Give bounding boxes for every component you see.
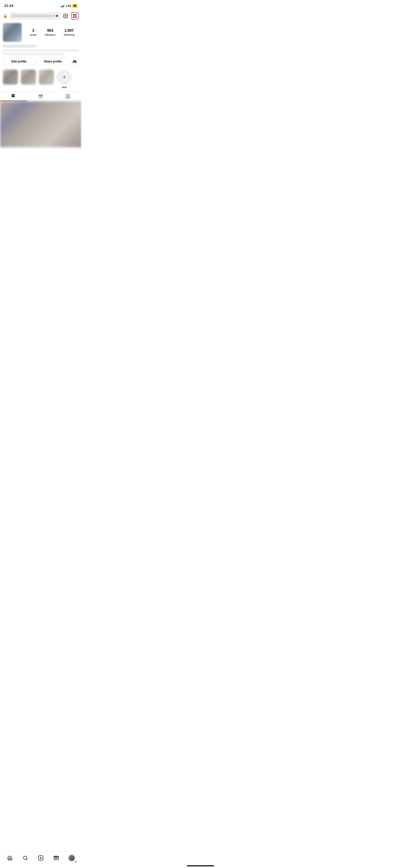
- story-thumbnail-3: [39, 69, 54, 85]
- story-item-1[interactable]: [3, 69, 18, 85]
- lock-icon: 🔒: [3, 13, 7, 18]
- action-buttons: Edit profile Share profile: [3, 58, 79, 65]
- story-new[interactable]: + New: [57, 69, 72, 89]
- story-thumbnail-1: [3, 69, 18, 85]
- nav-action-icons: [62, 12, 79, 20]
- stat-followers[interactable]: 903 followers: [45, 28, 56, 36]
- tab-tagged[interactable]: [54, 92, 82, 101]
- profile-stats: 3 posts 903 followers 1,597 following: [26, 28, 79, 36]
- story-new-label: New: [62, 86, 67, 89]
- following-count: 1,597: [64, 28, 74, 33]
- post-item-1[interactable]: [0, 101, 82, 147]
- add-person-button[interactable]: [70, 58, 79, 65]
- svg-point-10: [39, 95, 40, 95]
- tab-reels[interactable]: [27, 92, 54, 101]
- story-item-3[interactable]: [39, 69, 54, 85]
- status-time: 11:14: [4, 4, 13, 8]
- story-item-2[interactable]: [21, 69, 36, 85]
- posts-count: 3: [32, 28, 34, 33]
- share-profile-button[interactable]: Share profile: [37, 58, 69, 65]
- following-label: following: [64, 33, 74, 36]
- svg-rect-3: [12, 94, 13, 95]
- svg-rect-5: [12, 96, 13, 97]
- svg-rect-4: [13, 94, 14, 95]
- profile-avatar[interactable]: [3, 23, 22, 42]
- lte-label: LTE: [66, 4, 71, 7]
- notification-dot: [56, 15, 58, 17]
- bio-area: [3, 45, 79, 55]
- svg-point-11: [41, 95, 42, 95]
- posts-grid: [0, 101, 82, 147]
- followers-count: 903: [47, 28, 53, 33]
- chevron-down-icon: ▾: [53, 14, 55, 18]
- story-thumbnail-2: [21, 69, 36, 85]
- reels-icon: [38, 94, 43, 99]
- menu-button[interactable]: [71, 12, 79, 20]
- top-navigation: 🔒 ▾: [0, 10, 82, 21]
- menu-line-1: [73, 14, 77, 15]
- menu-line-2: [73, 16, 77, 16]
- posts-label: posts: [30, 33, 36, 36]
- add-post-icon[interactable]: [62, 12, 69, 19]
- svg-point-8: [40, 96, 41, 97]
- username-selector[interactable]: ▾: [10, 12, 60, 20]
- status-bar: 11:14 LTE 66: [0, 0, 82, 10]
- stories-row: + New: [0, 68, 82, 90]
- menu-line-3: [73, 17, 77, 18]
- svg-point-13: [67, 95, 68, 96]
- tab-grid[interactable]: [0, 92, 27, 101]
- followers-label: followers: [45, 33, 56, 36]
- status-icons: LTE 66: [61, 4, 77, 8]
- stat-following[interactable]: 1,597 following: [64, 28, 74, 36]
- signal-icon: [61, 4, 65, 7]
- profile-top: 3 posts 903 followers 1,597 following: [3, 23, 79, 42]
- stat-posts[interactable]: 3 posts: [30, 28, 36, 36]
- bio-name: [3, 45, 36, 48]
- tagged-icon: [66, 94, 70, 99]
- svg-rect-6: [13, 96, 14, 97]
- edit-profile-button[interactable]: Edit profile: [3, 58, 35, 65]
- bio-text-1: [3, 49, 79, 52]
- battery-indicator: 66: [72, 4, 77, 8]
- profile-section: 3 posts 903 followers 1,597 following Ed…: [0, 21, 82, 65]
- grid-icon: [11, 94, 16, 98]
- story-new-circle: +: [57, 69, 72, 85]
- bio-text-2: [3, 53, 63, 55]
- content-tabs: [0, 91, 82, 101]
- page-spacer: [0, 147, 82, 168]
- username-placeholder: [12, 14, 52, 17]
- story-plus-icon: +: [63, 74, 66, 81]
